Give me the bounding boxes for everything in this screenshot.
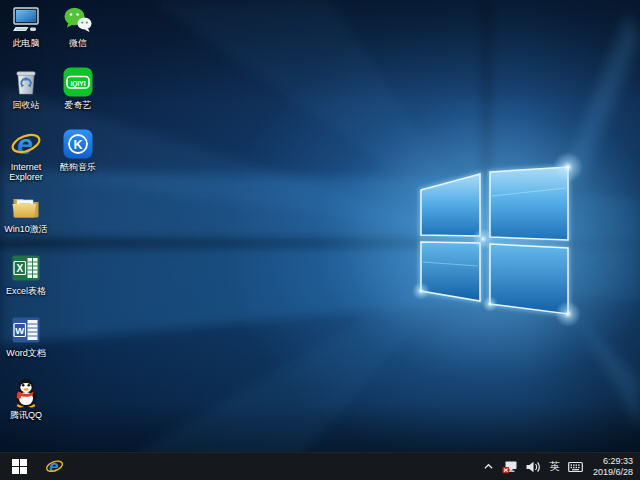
touch-keyboard-icon xyxy=(568,461,583,473)
desktop-icon-label: 爱奇艺 xyxy=(52,100,104,110)
speaker-icon xyxy=(526,461,541,473)
desktop-icon-wechat[interactable]: 微信 xyxy=(52,4,104,48)
word-letter-w: W xyxy=(15,325,24,336)
desktop-icon-win10-activate[interactable]: Win10激活 xyxy=(0,190,52,234)
desktop-icon-label: 此电脑 xyxy=(0,38,52,48)
windows-desktop-screen: 此电脑 微信 xyxy=(0,0,640,480)
tray-clock[interactable]: 6:29:33 2019/6/28 xyxy=(591,456,638,477)
wechat-icon xyxy=(62,4,94,36)
excel-icon: X xyxy=(10,252,42,284)
desktop-icon-label: 微信 xyxy=(52,38,104,48)
desktop-icon-label: Excel表格 xyxy=(0,286,52,296)
excel-letter-x: X xyxy=(16,263,23,274)
svg-text:e: e xyxy=(49,457,58,476)
desktop-icon-recycle-bin[interactable]: 回收站 xyxy=(0,66,52,110)
windows-start-icon xyxy=(12,459,27,474)
folder-icon xyxy=(10,190,42,222)
this-pc-icon xyxy=(10,4,42,36)
chevron-up-icon xyxy=(483,462,494,471)
tray-volume[interactable] xyxy=(526,453,541,480)
clock-date: 2019/6/28 xyxy=(593,467,633,478)
desktop-icon-excel[interactable]: X Excel表格 xyxy=(0,252,52,296)
desktop-icon-label: Win10激活 xyxy=(0,224,52,234)
desktop-icon-label: Word文档 xyxy=(0,348,52,358)
desktop-icon-label: 腾讯QQ xyxy=(0,410,52,420)
iqiyi-icon: iQIYI xyxy=(62,66,94,98)
tray-ime-language-indicator[interactable]: 英 xyxy=(549,453,560,480)
desktop-icon-label: Internet Explorer xyxy=(0,162,52,182)
qq-penguin-icon xyxy=(10,376,42,408)
ie-taskbar-icon: e xyxy=(45,457,64,476)
kugou-music-icon: K xyxy=(62,128,94,160)
network-disconnected-icon xyxy=(502,460,518,474)
desktop-icon-this-pc[interactable]: 此电脑 xyxy=(0,4,52,48)
iqiyi-logo-text: iQIYI xyxy=(70,80,85,88)
system-tray: 英 6:29:33 2019/6/28 xyxy=(483,453,640,480)
internet-explorer-icon: e xyxy=(10,128,42,160)
desktop-icon-label: 回收站 xyxy=(0,100,52,110)
word-icon: W xyxy=(10,314,42,346)
tray-touch-keyboard[interactable] xyxy=(568,453,583,480)
taskbar: e xyxy=(0,452,640,480)
desktop-icon-tencent-qq[interactable]: 腾讯QQ xyxy=(0,376,52,420)
ie-letter-e: e xyxy=(17,129,33,160)
desktop-icon-internet-explorer[interactable]: e Internet Explorer xyxy=(0,128,52,182)
tray-show-hidden-icons[interactable] xyxy=(483,453,494,480)
ime-label: 英 xyxy=(549,460,560,474)
kugou-letter-k: K xyxy=(73,138,82,152)
desktop-icon-kugou-music[interactable]: K 酷狗音乐 xyxy=(52,128,104,172)
clock-time: 6:29:33 xyxy=(593,456,633,467)
taskbar-internet-explorer-button[interactable]: e xyxy=(38,453,70,480)
desktop-icon-label: 酷狗音乐 xyxy=(52,162,104,172)
recycle-bin-icon xyxy=(10,66,42,98)
desktop-icon-word[interactable]: W Word文档 xyxy=(0,314,52,358)
tray-network-status[interactable] xyxy=(502,453,518,480)
desktop-icon-iqiyi[interactable]: iQIYI 爱奇艺 xyxy=(52,66,104,110)
start-button[interactable] xyxy=(0,453,38,480)
